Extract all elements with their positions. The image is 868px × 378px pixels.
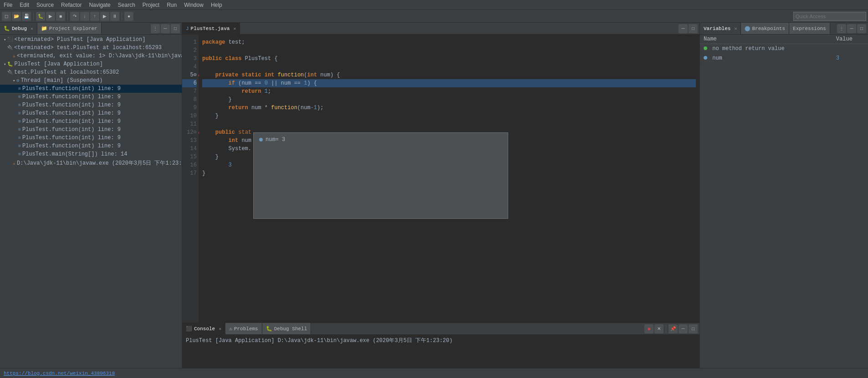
ln-6: 6 xyxy=(182,79,197,87)
frame-icon-6: ≡ xyxy=(18,136,21,141)
java-exe-label: D:\Java\jdk-11\bin\javaw.exe (2020年3月5日 … xyxy=(17,159,182,167)
menu-file[interactable]: File xyxy=(0,1,16,9)
menu-navigate[interactable]: Navigate xyxy=(85,1,114,9)
breakpoint-5: ● xyxy=(199,71,199,80)
tab-console[interactable]: ⬛ Console ✕ xyxy=(182,323,225,334)
tree-item-frame-2[interactable]: ≡ PlusTest.function(int) line: 9 xyxy=(0,101,182,109)
tab-plustest-java[interactable]: J PlusTest.java ✕ xyxy=(182,23,240,34)
code-16-content: 3 xyxy=(202,161,232,169)
tree-item-java-exe[interactable]: ☕ D:\Java\jdk-11\bin\javaw.exe (2020年3月5… xyxy=(0,158,182,168)
menu-refactor[interactable]: Refactor xyxy=(57,1,85,9)
tree-item-thread[interactable]: ▾ ⚙ Thread [main] (Suspended) xyxy=(0,76,182,85)
tab-problems[interactable]: ⚠ Problems xyxy=(225,323,262,334)
editor-max-btn[interactable]: □ xyxy=(689,24,698,33)
menu-edit[interactable]: Edit xyxy=(16,1,33,9)
menu-help[interactable]: Help xyxy=(207,1,226,9)
menu-window[interactable]: Window xyxy=(180,1,207,9)
frame-label-7: PlusTest.function(int) line: 9 xyxy=(22,143,121,149)
console-stop-btn[interactable]: ■ xyxy=(644,324,654,333)
col-value: Value xyxy=(832,35,868,44)
bottom-min-btn[interactable]: ─ xyxy=(679,324,688,333)
code-line-7: return 1; xyxy=(202,87,696,96)
tab-console-close[interactable]: ✕ xyxy=(219,326,221,332)
toolbar-resume[interactable]: ▶ xyxy=(100,12,109,21)
tab-breakpoints[interactable]: ⬤ Breakpoints xyxy=(741,23,789,34)
frame-icon-2: ≡ xyxy=(18,103,21,108)
left-panel-max-btn[interactable]: □ xyxy=(171,24,180,33)
tree-item-frame-4[interactable]: ≡ PlusTest.function(int) line: 9 xyxy=(0,117,182,126)
tree-item-frame-3[interactable]: ≡ PlusTest.function(int) line: 9 xyxy=(0,109,182,117)
code-line-9: return num * function(num-1); xyxy=(202,104,696,112)
tab-expressions[interactable]: Expressions xyxy=(789,23,830,34)
bottom-max-btn[interactable]: □ xyxy=(689,324,698,333)
bottom-tab-controls: ■ ✕ 📌 ─ □ xyxy=(644,323,700,334)
menu-run[interactable]: Run xyxy=(163,1,180,9)
tab-debug[interactable]: 🐛 Debug ✕ xyxy=(0,23,37,34)
tab-variables[interactable]: Variables ✕ xyxy=(700,23,741,34)
console-clear-btn[interactable]: ✕ xyxy=(654,324,664,333)
vars-min-btn[interactable]: ─ xyxy=(847,24,856,33)
var-name-label-num: num xyxy=(712,55,722,61)
menu-search[interactable]: Search xyxy=(114,1,139,9)
toolbar-step-into[interactable]: ↓ xyxy=(80,12,89,21)
tab-expressions-label: Expressions xyxy=(793,26,826,31)
status-link[interactable]: https://blog.csdn.net/weixin_43896318 xyxy=(4,371,115,376)
tree-item-frame-1[interactable]: ≡ PlusTest.function(int) line: 9 xyxy=(0,93,182,101)
tab-debug-close[interactable]: ✕ xyxy=(31,26,33,31)
tree-item-frame-0[interactable]: ≡ PlusTest.function(int) line: 9 xyxy=(0,85,182,93)
tooltip-dot xyxy=(259,138,263,141)
code-area[interactable]: package test; public class PlusTest { ● xyxy=(199,35,700,323)
var-row-no-return[interactable]: no method return value xyxy=(700,44,868,54)
tree-item-frame-7[interactable]: ≡ PlusTest.function(int) line: 9 xyxy=(0,142,182,150)
editor-tabs: J PlusTest.java ✕ ─ □ xyxy=(182,23,700,35)
toolbar-step-over[interactable]: ↷ xyxy=(70,12,79,21)
tab-debug-shell-label: Debug Shell xyxy=(274,326,307,332)
toolbar-stop[interactable]: ■ xyxy=(56,12,65,21)
right-panel: Variables ✕ ⬤ Breakpoints Expressions ⋮ … xyxy=(700,23,868,368)
tree-item-frame-6[interactable]: ≡ PlusTest.function(int) line: 9 xyxy=(0,134,182,142)
tab-debug-shell[interactable]: 🐛 Debug Shell xyxy=(262,323,311,334)
left-panel-menu-btn[interactable]: ⋮ xyxy=(151,24,160,33)
ln-16: 16 xyxy=(182,161,197,169)
tree-item-running-proc[interactable]: 🔌 test.PlusTest at localhost:65302 xyxy=(0,68,182,76)
arrow-thread: ▾ xyxy=(13,78,15,83)
var-table: Name Value no method return value xyxy=(700,35,868,63)
toolbar-open[interactable]: 📂 xyxy=(12,12,21,21)
statusbar: https://blog.csdn.net/weixin_43896318 xyxy=(0,368,868,378)
toolbar-run[interactable]: ▶ xyxy=(46,12,55,21)
menu-source[interactable]: Source xyxy=(33,1,57,9)
toolbar-save[interactable]: 💾 xyxy=(22,12,31,21)
toolbar-toggle-bp[interactable]: ● xyxy=(124,12,133,21)
console-text: PlusTest [Java Application] D:\Java\jdk-… xyxy=(186,338,453,344)
tree-item-terminated-proc[interactable]: 🔌 <terminated> test.PlusTest at localhos… xyxy=(0,44,182,52)
toolbar-step-out[interactable]: ↑ xyxy=(90,12,99,21)
vars-menu-btn[interactable]: ⋮ xyxy=(837,24,846,33)
tab-project-explorer[interactable]: 📁 Project Explorer xyxy=(37,23,102,34)
tree-item-terminated-group[interactable]: ▾ ⬛ <terminated> PlusTest [Java Applicat… xyxy=(0,35,182,44)
console-pin-btn[interactable]: 📌 xyxy=(669,324,678,333)
quick-access-input[interactable] xyxy=(793,12,866,21)
toolbar-suspend[interactable]: ⏸ xyxy=(110,12,119,21)
tree-item-running-group[interactable]: ▾ 🐛 PlusTest [Java Application] xyxy=(0,60,182,68)
toolbar-new[interactable]: ◻ xyxy=(2,12,11,21)
code-12-content: public stat xyxy=(202,128,251,136)
tab-variables-close[interactable]: ✕ xyxy=(734,26,737,31)
menubar: File Edit Source Refactor Navigate Searc… xyxy=(0,0,868,10)
tree-item-frame-main[interactable]: ≡ PlusTest.main(String[]) line: 14 xyxy=(0,150,182,158)
vars-max-btn[interactable]: □ xyxy=(857,24,866,33)
frame-icon-1: ≡ xyxy=(18,95,21,100)
left-panel-min-btn[interactable]: ─ xyxy=(161,24,170,33)
code-line-1: package test; xyxy=(202,38,696,46)
tree-item-terminated-java[interactable]: ☕ <terminated, exit value: 1> D:\Java\jd… xyxy=(0,52,182,60)
var-row-num[interactable]: num 3 xyxy=(700,54,868,63)
editor-min-btn[interactable]: ─ xyxy=(679,24,688,33)
editor-body: 1 2 3 4 5⊙ 6 7 8 9 10 11 12⊙ 13 14 xyxy=(182,35,700,323)
variables-table: Name Value no method return value xyxy=(700,35,868,368)
toolbar-debug[interactable]: 🐛 xyxy=(36,12,45,21)
tree-item-frame-5[interactable]: ≡ PlusTest.function(int) line: 9 xyxy=(0,126,182,134)
tab-plustest-close[interactable]: ✕ xyxy=(233,26,236,31)
ln-11: 11 xyxy=(182,120,197,128)
arrow-running-group: ▾ xyxy=(4,62,6,67)
terminated-java-label: <terminated, exit value: 1> D:\Java\jdk-… xyxy=(17,53,182,59)
menu-project[interactable]: Project xyxy=(139,1,163,9)
